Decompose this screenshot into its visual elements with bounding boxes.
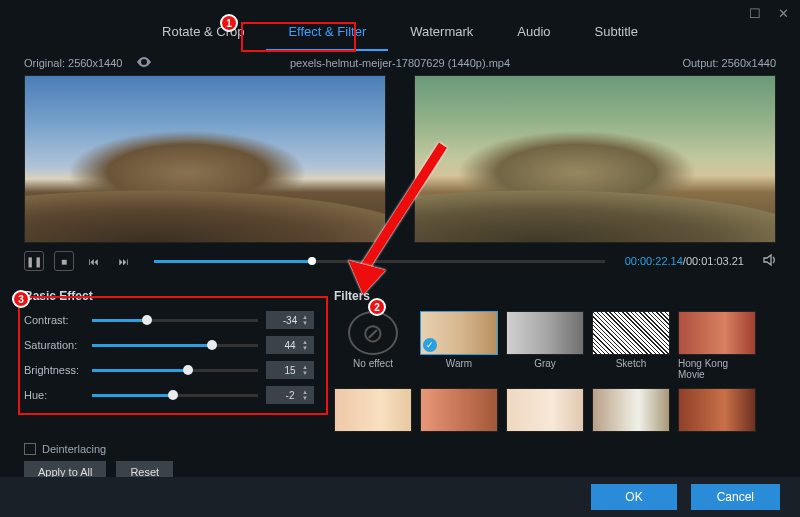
stop-button[interactable]: ■ — [54, 251, 74, 271]
contrast-label: Contrast: — [24, 314, 84, 326]
tab-effect-filter[interactable]: Effect & Filter — [266, 18, 388, 51]
stepper-up-icon[interactable]: ▲ — [302, 365, 312, 370]
check-icon: ✓ — [423, 338, 437, 352]
filter-label: Hong Kong Movie — [678, 358, 756, 380]
maximize-icon[interactable]: ☐ — [748, 6, 762, 20]
preview-row — [0, 75, 800, 243]
filter-thumb — [592, 388, 670, 432]
total-time: 00:01:03.21 — [686, 255, 744, 267]
time-display: 00:00:22.14/00:01:03.21 — [625, 255, 744, 267]
original-size-label: Original: 2560x1440 — [24, 57, 122, 69]
deinterlacing-label: Deinterlacing — [42, 443, 106, 455]
annotation-bubble-2: 2 — [368, 298, 386, 316]
filter-gray[interactable]: Gray — [506, 311, 584, 380]
cancel-button[interactable]: Cancel — [691, 484, 780, 510]
hue-row: Hue: -2▲▼ — [24, 386, 314, 404]
hue-value[interactable]: -2▲▼ — [266, 386, 314, 404]
contrast-row: Contrast: -34▲▼ — [24, 311, 314, 329]
filter-thumb — [592, 311, 670, 355]
filters-grid: ⊘ No effect ✓ Warm Gray Sketch Hong Kong… — [334, 311, 786, 435]
hue-slider[interactable] — [92, 394, 258, 397]
deinterlacing-row: Deinterlacing — [24, 443, 800, 455]
stepper-up-icon[interactable]: ▲ — [302, 390, 312, 395]
filter-thumb — [506, 311, 584, 355]
contrast-slider[interactable] — [92, 319, 258, 322]
current-time: 00:00:22.14 — [625, 255, 683, 267]
close-icon[interactable]: ✕ — [776, 6, 790, 20]
filter-thumb: ✓ — [420, 311, 498, 355]
stepper-up-icon[interactable]: ▲ — [302, 340, 312, 345]
output-size-label: Output: 2560x1440 — [682, 57, 776, 69]
filter-no-effect[interactable]: ⊘ No effect — [334, 311, 412, 380]
tab-rotate-crop[interactable]: Rotate & Crop — [140, 18, 266, 51]
saturation-slider[interactable] — [92, 344, 258, 347]
stepper-down-icon[interactable]: ▼ — [302, 396, 312, 401]
seek-bar[interactable] — [154, 260, 605, 263]
filter-item[interactable] — [334, 388, 412, 435]
tab-bar: Rotate & Crop Effect & Filter Watermark … — [0, 0, 800, 51]
filter-thumb — [678, 311, 756, 355]
filters-heading: Filters — [334, 289, 786, 303]
saturation-row: Saturation: 44▲▼ — [24, 336, 314, 354]
playback-bar: ❚❚ ■ ⏮ ⏭ 00:00:22.14/00:01:03.21 — [0, 243, 800, 275]
contrast-value[interactable]: -34▲▼ — [266, 311, 314, 329]
tab-subtitle[interactable]: Subtitle — [573, 18, 660, 51]
window-controls: ☐ ✕ — [748, 6, 790, 20]
brightness-row: Brightness: 15▲▼ — [24, 361, 314, 379]
saturation-label: Saturation: — [24, 339, 84, 351]
pause-button[interactable]: ❚❚ — [24, 251, 44, 271]
footer-bar: OK Cancel — [0, 477, 800, 517]
ok-button[interactable]: OK — [591, 484, 676, 510]
filter-warm[interactable]: ✓ Warm — [420, 311, 498, 380]
brightness-slider[interactable] — [92, 369, 258, 372]
filter-label: Sketch — [616, 358, 647, 369]
lower-panel: Basic Effect Contrast: -34▲▼ Saturation:… — [0, 275, 800, 439]
filter-item[interactable] — [678, 388, 756, 435]
filter-label: Warm — [446, 358, 472, 369]
filter-item[interactable] — [592, 388, 670, 435]
filter-hong-kong-movie[interactable]: Hong Kong Movie — [678, 311, 756, 380]
brightness-label: Brightness: — [24, 364, 84, 376]
filter-thumb — [420, 388, 498, 432]
basic-effect-heading: Basic Effect — [24, 289, 314, 303]
basic-effect-panel: Basic Effect Contrast: -34▲▼ Saturation:… — [14, 283, 324, 435]
original-preview — [24, 75, 386, 243]
output-preview — [414, 75, 776, 243]
stepper-down-icon[interactable]: ▼ — [302, 346, 312, 351]
volume-icon[interactable] — [762, 253, 776, 270]
deinterlacing-checkbox[interactable] — [24, 443, 36, 455]
no-effect-icon: ⊘ — [348, 311, 398, 355]
annotation-bubble-1: 1 — [220, 14, 238, 32]
filter-thumb — [506, 388, 584, 432]
stepper-down-icon[interactable]: ▼ — [302, 371, 312, 376]
tab-audio[interactable]: Audio — [495, 18, 572, 51]
hue-label: Hue: — [24, 389, 84, 401]
stepper-down-icon[interactable]: ▼ — [302, 321, 312, 326]
filter-label: Gray — [534, 358, 556, 369]
prev-frame-button[interactable]: ⏮ — [84, 251, 104, 271]
brightness-value[interactable]: 15▲▼ — [266, 361, 314, 379]
filter-item[interactable] — [506, 388, 584, 435]
tab-watermark[interactable]: Watermark — [388, 18, 495, 51]
filters-panel: Filters ⊘ No effect ✓ Warm Gray Sketch H… — [334, 283, 786, 435]
saturation-value[interactable]: 44▲▼ — [266, 336, 314, 354]
annotation-bubble-3: 3 — [12, 290, 30, 308]
filter-item[interactable] — [420, 388, 498, 435]
info-bar: Original: 2560x1440 pexels-helmut-meijer… — [0, 51, 800, 75]
filename-label: pexels-helmut-meijer-17807629 (1440p).mp… — [290, 57, 510, 69]
next-frame-button[interactable]: ⏭ — [114, 251, 134, 271]
filter-sketch[interactable]: Sketch — [592, 311, 670, 380]
filter-thumb — [334, 388, 412, 432]
eye-icon[interactable] — [136, 57, 152, 69]
filter-thumb — [678, 388, 756, 432]
stepper-up-icon[interactable]: ▲ — [302, 315, 312, 320]
filter-label: No effect — [353, 358, 393, 369]
